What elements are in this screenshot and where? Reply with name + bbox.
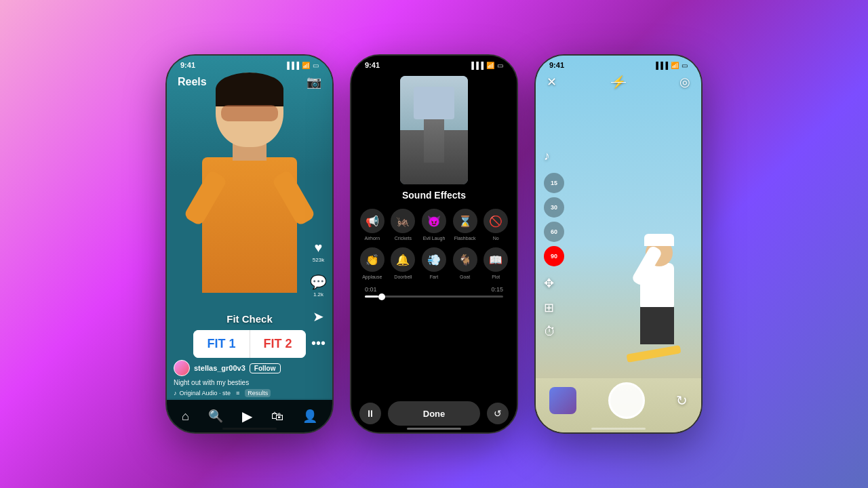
sound-plot[interactable]: 📖 Plot [483,247,509,279]
fart-label: Fart [430,274,438,279]
sound-applause[interactable]: 👏 Applause [359,247,385,279]
flip-camera-button[interactable]: ↻ [676,392,688,409]
nav-profile-icon[interactable]: 👤 [302,409,317,424]
sound-goat[interactable]: 🐐 Goat [452,247,478,279]
fit-buttons: FIT 1 FIT 2 [193,330,305,358]
sound-flashback[interactable]: ⌛ Flashback [452,209,478,241]
status-time-2: 9:41 [365,61,380,69]
heart-icon: ♥ [315,240,323,256]
status-time: 9:41 [180,61,195,69]
reels-header: Reels 📷 [167,75,332,89]
duration-60[interactable]: 60 [544,222,564,242]
camera-icon[interactable]: 📷 [307,75,321,89]
flash-button[interactable]: ⚡ [611,75,626,89]
gallery-thumbnail[interactable] [549,387,576,414]
crickets-label: Crickets [395,236,412,241]
nav-search-icon[interactable]: 🔍 [208,409,223,424]
home-indicator-2 [407,428,461,430]
sound-doorbell[interactable]: 🔔 Doorbell [391,247,416,279]
fit-check-title: Fit Check [226,313,273,325]
status-icons: ▐▐▐ 📶 ▭ [285,62,319,69]
bottom-controls: ⏸ Done ↺ [351,401,517,426]
follow-button[interactable]: Follow [250,363,281,373]
sound-airhorn[interactable]: 📢 Airhorn [359,209,385,241]
home-indicator-3 [591,428,646,430]
nav-reels-icon[interactable]: ▶ [242,408,252,424]
airhorn-label: Airhorn [365,236,380,241]
timeline-track[interactable] [365,296,503,298]
video-preview [400,76,468,184]
status-icons-3: ▐▐▐ 📶 ▭ [654,62,688,69]
done-button[interactable]: Done [388,401,480,426]
sound-crickets[interactable]: 🦗 Crickets [391,209,416,241]
timeline: 0:01 0:15 [359,286,509,298]
move-tool[interactable]: ✥ [544,276,564,291]
shutter-button[interactable] [608,382,645,419]
phone-camera: 9:41 ▐▐▐ 📶 ▭ ✕ ◎ ⚡ ♪ 15 30 60 [534,54,703,434]
sound-no[interactable]: 🚫 No [483,209,509,241]
wifi-icon: 📶 [302,62,310,69]
pause-button[interactable]: ⏸ [359,403,381,424]
applause-icon: 👏 [360,247,384,272]
status-icons-2: ▐▐▐ 📶 ▭ [469,62,503,69]
flashback-icon: ⌛ [453,209,477,233]
duration-90-active[interactable]: 90 [544,246,564,266]
close-button[interactable]: ✕ [547,75,557,89]
plot-label: Plot [492,274,500,279]
avatar [174,360,190,376]
camera-bottom: ↻ [536,382,701,419]
crickets-icon: 🦗 [391,209,415,233]
sound-fart[interactable]: 💨 Fart [421,247,447,279]
user-row: stellas_gr00v3 Follow [174,360,298,376]
wifi-icon-2: 📶 [486,62,494,69]
duration-15[interactable]: 15 [544,173,564,193]
status-bar: 9:41 ▐▐▐ 📶 ▭ [167,56,332,72]
status-bar-2: 9:41 ▐▐▐ 📶 ▭ [351,56,517,72]
doorbell-icon: 🔔 [391,247,415,272]
sound-grid-row2: 👏 Applause 🔔 Doorbell 💨 Fart 🐐 Goat 📖 [359,247,509,279]
fit2-button[interactable]: FIT 2 [250,330,306,358]
audio-row: ♪ Original Audio · ste ≡ Results [174,389,298,397]
pause-icon: ⏸ [366,408,375,419]
settings-button[interactable]: ◎ [679,75,690,89]
layout-tool[interactable]: ⊞ [544,300,564,315]
timer-icon: ⏱ [544,325,556,338]
bottom-nav: ⌂ 🔍 ▶ 🛍 👤 [167,400,332,432]
comment-icon: 💬 [310,274,327,290]
move-icon: ✥ [544,277,554,290]
applause-label: Applause [362,274,382,279]
video-ocean [414,87,454,119]
skateboard [627,345,682,363]
like-count: 523k [313,257,324,263]
music-tool[interactable]: ♪ [544,149,564,163]
sound-evil-laugh[interactable]: 😈 Evil Laugh [421,209,447,241]
fit1-button[interactable]: FIT 1 [193,330,250,358]
reset-button[interactable]: ↺ [487,403,509,424]
timeline-progress [365,296,378,298]
like-action[interactable]: ♥ 523k [313,240,324,263]
separator: ≡ [236,390,239,396]
fit-check-overlay: Fit Check FIT 1 FIT 2 [167,313,332,358]
music-icon: ♪ [544,149,550,163]
duration-options: 15 30 60 90 [544,173,564,266]
person-figure [195,76,304,293]
person-glasses [221,105,278,121]
comment-count: 1.2k [313,291,323,298]
signal-icon-2: ▐▐▐ [469,62,484,69]
timeline-times: 0:01 0:15 [365,286,503,293]
results-label[interactable]: Results [245,389,271,397]
skater-pants [640,307,674,344]
nav-home-icon[interactable]: ⌂ [182,409,189,424]
timer-tool[interactable]: ⏱ [544,325,564,339]
fart-icon: 💨 [422,247,446,272]
user-info: stellas_gr00v3 Follow Night out with my … [174,360,298,397]
phone-reels: 9:41 ▐▐▐ 📶 ▭ Reels 📷 ♥ 523k 💬 1.2k ➤ [165,54,334,434]
no-icon: 🚫 [484,209,508,233]
skater-figure [599,137,681,365]
duration-30[interactable]: 30 [544,197,564,218]
camera-side-tools: ♪ 15 30 60 90 ✥ ⊞ ⏱ [544,149,564,339]
goat-icon: 🐐 [453,247,477,272]
comment-action[interactable]: 💬 1.2k [310,274,327,298]
nav-shop-icon[interactable]: 🛍 [271,409,283,424]
audio-text: Original Audio · ste [180,390,231,396]
